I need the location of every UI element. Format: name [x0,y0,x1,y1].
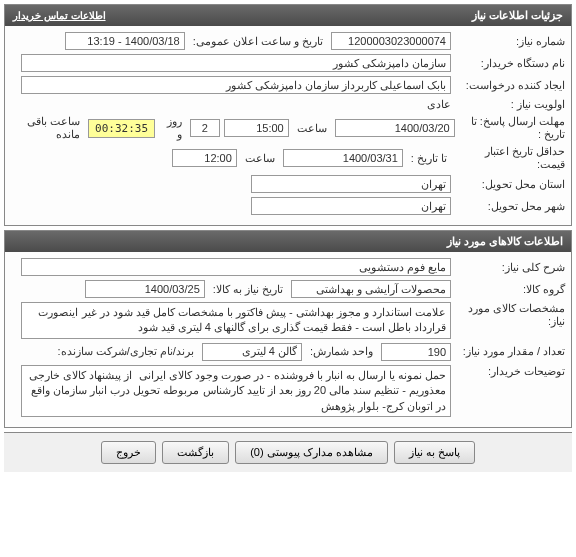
qty-label: تعداد / مقدار مورد نیاز: [455,345,565,358]
need-details-section: جزئیات اطلاعات نیاز اطلاعات تماس خریدار … [4,4,572,226]
announce-label: تاریخ و ساعت اعلان عمومی: [189,35,327,48]
buyer-org-field[interactable] [21,54,451,72]
remain-label: ساعت باقی مانده [11,115,84,141]
delivery-province-label: استان محل تحویل: [455,178,565,191]
section1-header: جزئیات اطلاعات نیاز اطلاعات تماس خریدار [5,5,571,26]
buyer-contact-link[interactable]: اطلاعات تماس خریدار [13,10,106,21]
validity-label: حداقل تاریخ اعتبار قیمت: [455,145,565,171]
deadline-time-field[interactable] [224,119,289,137]
deadline-date-field[interactable] [335,119,455,137]
countdown-timer: 00:32:35 [88,119,155,138]
unit-field[interactable] [202,343,302,361]
delivery-city-field[interactable] [251,197,451,215]
spec-field[interactable] [21,302,451,339]
section1-title: جزئیات اطلاعات نیاز [472,9,563,22]
exit-button[interactable]: خروج [101,441,156,464]
priority-value: عادی [427,98,451,111]
group-field[interactable] [291,280,451,298]
unit-label: واحد شمارش: [306,345,377,358]
brand-label: برند/نام تجاری/شرکت سازنده: [54,345,198,358]
priority-label: اولویت نیاز : [455,98,565,111]
buyer-org-label: نام دستگاه خریدار: [455,57,565,70]
validity-until-label: تا تاریخ : [407,152,451,165]
section1-body: شماره نیاز: تاریخ و ساعت اعلان عمومی: نا… [5,26,571,225]
group-label: گروه کالا: [455,283,565,296]
desc-label: شرح کلی نیاز: [455,261,565,274]
delivery-province-field[interactable] [251,175,451,193]
deadline-label: مهلت ارسال پاسخ: تا تاریخ : [459,115,565,141]
goods-info-section: اطلاعات کالاهای مورد نیاز شرح کلی نیاز: … [4,230,572,428]
need-number-label: شماره نیاز: [455,35,565,48]
section2-title: اطلاعات کالاهای مورد نیاز [447,235,563,248]
deadline-time-label: ساعت [293,122,331,135]
button-bar: پاسخ به نیاز مشاهده مدارک پیوستی (0) باز… [4,432,572,472]
validity-time-field[interactable] [172,149,237,167]
announce-date-field[interactable] [65,32,185,50]
requester-field[interactable] [21,76,451,94]
desc-field[interactable] [21,258,451,276]
section2-header: اطلاعات کالاهای مورد نیاز [5,231,571,252]
qty-field[interactable] [381,343,451,361]
validity-time-label: ساعت [241,152,279,165]
validity-date-field[interactable] [283,149,403,167]
notes-label: توضیحات خریدار: [455,365,565,378]
delivery-city-label: شهر محل تحویل: [455,200,565,213]
reply-button[interactable]: پاسخ به نیاز [394,441,475,464]
attachments-button[interactable]: مشاهده مدارک پیوستی (0) [235,441,388,464]
back-button[interactable]: بازگشت [162,441,229,464]
spec-label: مشخصات کالای مورد نیاز: [455,302,565,328]
need-date-label: تاریخ نیاز به کالا: [209,283,287,296]
days-label: روز و [159,115,186,141]
days-remain-field[interactable] [190,119,220,137]
need-number-field[interactable] [331,32,451,50]
need-date-field[interactable] [85,280,205,298]
section2-body: شرح کلی نیاز: گروه کالا: تاریخ نیاز به ک… [5,252,571,427]
notes-field[interactable] [21,365,451,417]
requester-label: ایجاد کننده درخواست: [455,79,565,92]
